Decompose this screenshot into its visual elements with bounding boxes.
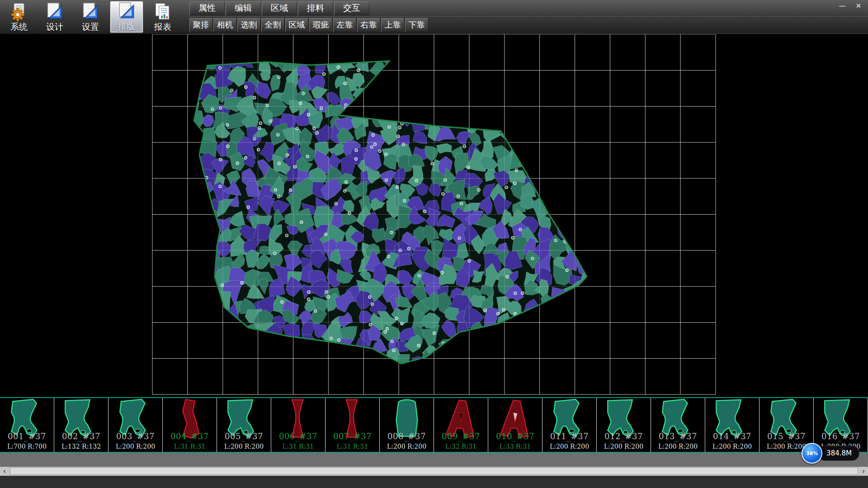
toolbar-button-label: 报表: [154, 22, 171, 32]
action-button-align-top[interactable]: 上靠: [381, 18, 404, 32]
piece-name: 014_#37: [705, 432, 759, 441]
piece-thumbnail-001_#37[interactable]: 001_#37L:700 R:700: [0, 398, 54, 452]
piece-name: 008_#37: [380, 432, 434, 441]
nesting-canvas-drawing[interactable]: [0, 34, 868, 397]
piece-counts: L:200 R:200: [380, 443, 434, 450]
toolbar-button-design[interactable]: 设计: [38, 1, 71, 33]
memory-usage-label: 384.8M: [818, 446, 859, 461]
piece-thumbnail-002_#37[interactable]: 002_#37L:132 R:132: [54, 398, 108, 452]
piece-thumbnail-011_#37[interactable]: 011_#37L:200 R:200: [542, 398, 597, 452]
toolbar-button-nesting[interactable]: 排版: [110, 1, 143, 33]
memory-percent-badge: 38%: [802, 443, 822, 464]
piece-counts: L:32 R:31: [434, 443, 488, 450]
menu-panel: 属性编辑区域排料交互 聚排相机选割全割区域瑕疵左靠右靠上靠下靠: [189, 0, 868, 34]
piece-thumbnail-strip: 001_#37L:700 R:700002_#37L:132 R:132003_…: [0, 397, 868, 453]
action-button-align-bottom[interactable]: 下靠: [405, 18, 428, 32]
minimize-button[interactable]: —: [835, 1, 849, 11]
menu-tab-row: 属性编辑区域排料交互: [189, 0, 868, 17]
menu-tab-edit[interactable]: 编辑: [226, 1, 261, 15]
piece-counts: L:31 R:31: [271, 443, 325, 450]
piece-name: 006_#37: [271, 432, 325, 441]
piece-name: 003_#37: [108, 432, 162, 441]
toolbar-button-report[interactable]: 报表: [146, 1, 179, 33]
piece-counts: L:200 R:200: [108, 443, 162, 450]
piece-thumbnail-012_#37[interactable]: 012_#37L:200 R:200: [597, 398, 651, 452]
application-window: 系统设计设置排版报表 属性编辑区域排料交互 聚排相机选割全割区域瑕疵左靠右靠上靠…: [0, 0, 868, 488]
action-button-row: 聚排相机选割全割区域瑕疵左靠右靠上靠下靠: [189, 17, 868, 34]
ruler-icon: [45, 2, 65, 22]
piece-name: 009_#37: [434, 432, 488, 441]
piece-thumbnail-006_#37[interactable]: 006_#37L:31 R:31: [271, 398, 326, 452]
menu-tab-properties[interactable]: 属性: [189, 1, 225, 15]
piece-thumbnail-009_#37[interactable]: 009_#37L:32 R:31: [434, 398, 488, 452]
piece-counts: L:700 R:700: [0, 443, 54, 450]
action-button-camera[interactable]: 相机: [213, 18, 236, 32]
piece-thumbnail-008_#37[interactable]: 008_#37L:200 R:200: [380, 398, 434, 452]
scroll-right-button[interactable]: ›: [859, 467, 868, 476]
piece-name: 005_#37: [217, 432, 271, 441]
toolbar-button-label: 设置: [82, 22, 99, 32]
top-toolbar: 系统设计设置排版报表 属性编辑区域排料交互 聚排相机选割全割区域瑕疵左靠右靠上靠…: [0, 0, 868, 34]
piece-name: 016_#37: [814, 432, 868, 441]
menu-tab-interact[interactable]: 交互: [334, 1, 369, 15]
action-button-zone[interactable]: 区域: [285, 18, 308, 32]
toolbar-button-label: 排版: [118, 21, 135, 31]
piece-name: 001_#37: [0, 432, 54, 441]
piece-name: 010_#37: [488, 432, 542, 441]
piece-counts: L:33 R:31: [488, 443, 542, 450]
piece-counts: L:200 R:200: [542, 443, 596, 450]
piece-name: 013_#37: [651, 432, 705, 441]
scrollbar-thumb[interactable]: [10, 467, 858, 475]
window-controls: — ✕: [835, 1, 865, 11]
ruler-icon: [80, 2, 100, 22]
piece-counts: L:132 R:132: [54, 443, 108, 450]
action-button-align-left[interactable]: 左靠: [333, 18, 356, 32]
piece-thumbnail-003_#37[interactable]: 003_#37L:200 R:200: [108, 398, 163, 452]
gear-icon: [9, 2, 29, 22]
menu-tab-nest[interactable]: 排料: [298, 1, 333, 15]
menu-tab-region[interactable]: 区域: [262, 1, 297, 15]
action-button-cut-all[interactable]: 全割: [261, 18, 284, 32]
piece-name: 002_#37: [54, 432, 108, 441]
piece-thumbnail-014_#37[interactable]: 014_#37L:200 R:200: [705, 398, 760, 452]
report-icon: [153, 2, 173, 22]
piece-thumbnail-005_#37[interactable]: 005_#37L:200 R:200: [217, 398, 271, 452]
toolbar-button-settings[interactable]: 设置: [74, 1, 107, 33]
action-button-cluster-nest[interactable]: 聚排: [189, 18, 212, 32]
piece-counts: L:200 R:200: [597, 443, 651, 450]
piece-thumbnail-004_#37[interactable]: 004_#37L:31 R:31: [163, 398, 217, 452]
toolbar-button-label: 设计: [46, 22, 63, 32]
scroll-left-button[interactable]: ‹: [0, 467, 9, 476]
piece-name: 007_#37: [326, 432, 379, 441]
main-toolbar-groups: 系统设计设置排版报表: [0, 0, 180, 34]
toolbar-button-system[interactable]: 系统: [3, 1, 35, 33]
piece-thumbnail-013_#37[interactable]: 013_#37L:200 R:200: [651, 398, 705, 452]
piece-counts: L:31 R:31: [163, 443, 217, 450]
piece-counts: L:200 R:200: [651, 443, 705, 450]
action-button-select-cut[interactable]: 选割: [237, 18, 260, 32]
piece-name: 011_#37: [542, 432, 596, 441]
bottom-strip: [0, 476, 868, 488]
piece-thumbnail-007_#37[interactable]: 007_#37L:31 R:31: [326, 398, 380, 452]
action-button-defect[interactable]: 瑕疵: [309, 18, 332, 32]
toolbar-button-label: 系统: [10, 22, 28, 32]
ruler-icon: [117, 1, 137, 21]
piece-name: 012_#37: [597, 432, 651, 441]
action-button-align-right[interactable]: 右靠: [357, 18, 380, 32]
piece-name: 004_#37: [163, 432, 217, 441]
status-bar: [0, 453, 868, 467]
nesting-canvas[interactable]: [0, 34, 868, 397]
piece-thumbnail-010_#37[interactable]: 010_#37L:33 R:31: [488, 398, 542, 452]
close-button[interactable]: ✕: [852, 1, 865, 11]
memory-status: 38% 384.8M: [802, 443, 859, 464]
piece-counts: L:31 R:31: [326, 443, 379, 450]
piece-counts: L:200 R:200: [705, 443, 759, 450]
horizontal-scrollbar[interactable]: ‹ ›: [0, 467, 868, 476]
piece-name: 015_#37: [760, 432, 813, 441]
piece-counts: L:200 R:200: [217, 443, 271, 450]
